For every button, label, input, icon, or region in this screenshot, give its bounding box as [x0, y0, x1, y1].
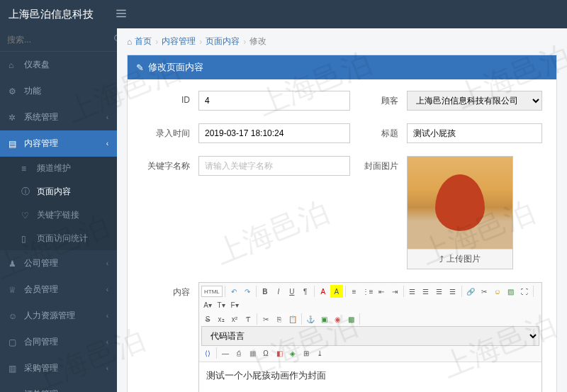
multi-image-button[interactable]: ▩ — [344, 313, 357, 325]
sidebar-item-label: 订单管理 — [24, 388, 106, 392]
breadcrumb-home[interactable]: 首页 — [135, 35, 152, 47]
cover-image-box: ⤴ 上传图片 — [407, 156, 513, 269]
sidebar-item-dashboard[interactable]: ⌂ 仪表盘 — [0, 52, 117, 78]
superscript-button[interactable]: x² — [228, 313, 241, 325]
map-button[interactable]: ◈ — [286, 347, 299, 359]
font-family-button[interactable]: F▾ — [228, 298, 241, 311]
upload-icon: ⤴ — [439, 254, 444, 264]
image-button[interactable]: ▨ — [505, 285, 517, 298]
select-customer[interactable]: 上海邑泊信息科技有限公司 — [407, 91, 542, 111]
upload-image-button[interactable]: ⤴ 上传图片 — [408, 249, 512, 269]
underline-button[interactable]: U — [286, 285, 298, 298]
bold-button[interactable]: B — [259, 285, 271, 298]
sidebar-item-label: 采购管理 — [24, 362, 106, 374]
pagebreak-button[interactable]: ⤓ — [313, 347, 326, 359]
fullscreen-button[interactable]: ⛶ — [518, 285, 531, 298]
breadcrumb-link[interactable]: 内容管理 — [162, 35, 196, 47]
unordered-list-button[interactable]: ⋮≡ — [361, 285, 374, 298]
sidebar-item-order[interactable]: ▤ 订单管理 ‹ — [0, 381, 117, 392]
sidebar-item-company[interactable]: ♟ 公司管理 ‹ — [0, 250, 117, 276]
rich-text-editor: HTML ↶ ↷ B I U ¶ — [198, 282, 542, 392]
label-content: 内容 — [142, 282, 198, 298]
italic-button[interactable]: I — [272, 285, 285, 298]
attachment-button[interactable]: ◉ — [331, 313, 344, 325]
clear-format-button[interactable]: Ƭ — [242, 313, 254, 325]
template-button[interactable]: ⊞ — [300, 347, 313, 359]
code-button[interactable]: ⟨⟩ — [201, 347, 214, 359]
panel-title: 修改页面内容 — [148, 61, 203, 74]
label-customer: 顾客 — [350, 91, 407, 107]
hamburger-icon — [115, 7, 128, 20]
video-button[interactable]: ▣ — [318, 313, 330, 325]
person-icon: ☺ — [9, 311, 18, 321]
chevron-left-icon: ‹ — [106, 364, 108, 372]
gears-icon: ✲ — [9, 113, 18, 123]
sidebar-item-label: 人力资源管理 — [24, 310, 106, 322]
cover-image-preview — [408, 157, 512, 249]
sidebar-item-label: 页面内容 — [37, 186, 108, 198]
sidebar-subitem-visitstats[interactable]: ▯ 页面访问统计 — [0, 227, 117, 250]
html-source-button[interactable]: HTML — [201, 286, 223, 297]
sidebar-item-contract[interactable]: ▢ 合同管理 ‹ — [0, 329, 117, 355]
copy-button[interactable]: ⎘ — [273, 313, 286, 325]
label-title: 标题 — [350, 123, 407, 140]
indent-button[interactable]: ⇥ — [388, 285, 401, 298]
special-char-button[interactable]: Ω — [259, 347, 272, 359]
box-icon: ▢ — [9, 337, 18, 347]
format-button[interactable]: ¶ — [299, 285, 312, 298]
font-color-button[interactable]: A▾ — [201, 298, 214, 311]
code-lang-select[interactable]: 代码语言 — [201, 326, 539, 346]
align-center-button[interactable]: ☰ — [420, 285, 432, 298]
sidebar-subitem-keyword[interactable]: ♡ 关键字链接 — [0, 203, 117, 227]
cut-button[interactable]: ✂ — [259, 313, 272, 325]
date-button[interactable]: ◧ — [273, 347, 286, 359]
anchor-button[interactable]: ⚓ — [304, 313, 317, 325]
sidebar-subitem-channel[interactable]: ≡ 频道维护 — [0, 157, 117, 180]
link-button[interactable]: 🔗 — [464, 285, 477, 298]
users-icon: ♟ — [9, 259, 18, 269]
cart-icon: ▥ — [9, 364, 18, 374]
outdent-button[interactable]: ⇤ — [375, 285, 388, 298]
order-icon: ▤ — [9, 390, 18, 393]
sidebar-subitem-pagecontent[interactable]: ⓘ 页面内容 — [0, 180, 117, 203]
subscript-button[interactable]: x₂ — [215, 313, 228, 325]
paste-button[interactable]: 📋 — [286, 313, 299, 325]
search-input[interactable] — [7, 35, 113, 45]
gear-icon: ⚙ — [9, 86, 18, 96]
sidebar-item-member[interactable]: ♕ 会员管理 ‹ — [0, 276, 117, 303]
sidebar-item-label: 公司管理 — [24, 257, 106, 269]
input-time[interactable] — [198, 123, 350, 143]
hr-button[interactable]: — — [219, 347, 232, 359]
heart-icon: ♡ — [21, 211, 31, 220]
ordered-list-button[interactable]: ≡ — [348, 285, 361, 298]
editor-textarea[interactable]: 测试一个小屁孩动画作为封面 — [199, 362, 541, 392]
strike-button[interactable]: S — [201, 313, 214, 325]
table-button[interactable]: ▦ — [246, 347, 259, 359]
chevron-left-icon: ‹ — [106, 113, 108, 121]
sidebar-item-purchase[interactable]: ▥ 采购管理 ‹ — [0, 355, 117, 381]
font-size-button[interactable]: T▾ — [215, 298, 228, 311]
input-title[interactable] — [407, 123, 542, 143]
breadcrumb-sep: › — [155, 37, 158, 47]
sidebar-item-system[interactable]: ✲ 系统管理 ‹ — [0, 104, 117, 130]
panel: ✎ 修改页面内容 ID 顾客 上海邑泊信息科技有限公司 — [127, 55, 557, 392]
redo-button[interactable]: ↷ — [241, 285, 254, 298]
print-button[interactable]: ⎙ — [232, 347, 245, 359]
sidebar-item-hr[interactable]: ☺ 人力资源管理 ‹ — [0, 303, 117, 329]
input-id[interactable] — [198, 91, 350, 111]
input-keyword[interactable] — [198, 156, 350, 176]
breadcrumb-link[interactable]: 页面内容 — [206, 35, 240, 47]
align-left-button[interactable]: ☰ — [406, 285, 419, 298]
main-content: ⌂ 首页 › 内容管理 › 页面内容 › 修改 ✎ 修改页面内容 ID — [117, 28, 567, 392]
undo-button[interactable]: ↶ — [228, 285, 240, 298]
text-color-button[interactable]: A — [317, 285, 330, 298]
menu-toggle-button[interactable] — [115, 7, 128, 22]
emoji-button[interactable]: ☺ — [491, 285, 504, 298]
panel-header: ✎ 修改页面内容 — [128, 55, 556, 79]
bg-color-button[interactable]: A — [330, 285, 343, 298]
sidebar-item-content[interactable]: ▤ 内容管理 ‹ — [0, 130, 117, 157]
sidebar-item-function[interactable]: ⚙ 功能 — [0, 78, 117, 104]
align-right-button[interactable]: ☰ — [433, 285, 446, 298]
align-justify-button[interactable]: ☰ — [447, 285, 459, 298]
unlink-button[interactable]: ✂ — [478, 285, 490, 298]
